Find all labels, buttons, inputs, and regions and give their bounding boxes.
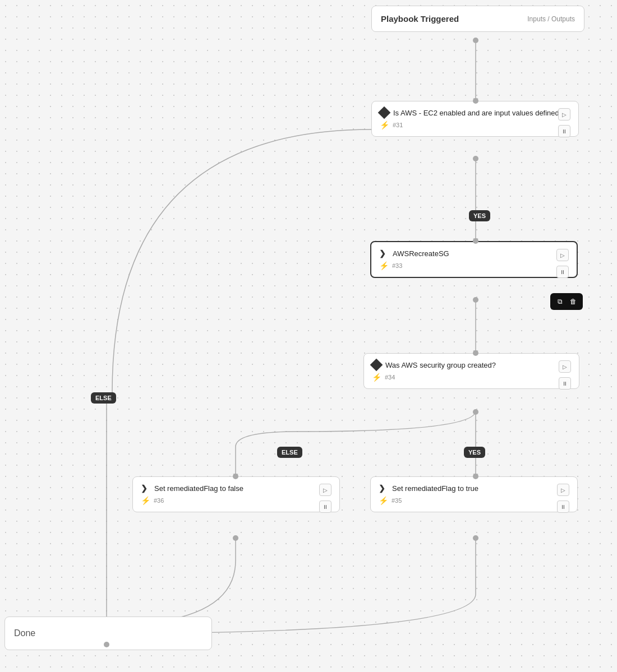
awsrecreate-top-dot: [473, 238, 478, 244]
trigger-node: Playbook Triggered Inputs / Outputs: [371, 6, 584, 32]
diamond-icon: [378, 106, 391, 119]
setfalse-title: Set remediatedFlag to false: [154, 484, 331, 493]
condition1-pause-btn[interactable]: ⏸: [558, 125, 570, 137]
diamond-icon-2: [370, 359, 383, 372]
lightning-icon-3: ⚡: [372, 373, 381, 382]
condition1-top-dot: [473, 98, 478, 104]
trigger-title: Playbook Triggered: [381, 14, 459, 24]
condition2-bottom-dot: [473, 409, 478, 415]
condition2-play-btn[interactable]: ▷: [559, 360, 571, 373]
settrue-title: Set remediatedFlag to true: [392, 484, 569, 493]
copy-btn[interactable]: ⧉: [554, 295, 566, 308]
chevron-icon-2: ❯: [141, 484, 150, 493]
awsrecreate-bottom-dot: [473, 297, 478, 303]
chevron-icon-1: ❯: [379, 249, 388, 258]
trigger-bottom-dot: [473, 38, 478, 43]
setfalse-step: #36: [154, 497, 164, 504]
awsrecreate-title: AWSRecreateSG: [393, 249, 569, 258]
yes-badge-1[interactable]: YES: [469, 210, 490, 221]
lightning-icon-2: ⚡: [379, 261, 389, 270]
lightning-icon-5: ⚡: [379, 496, 388, 505]
condition1-bottom-dot: [473, 156, 478, 161]
condition1-node: Is AWS - EC2 enabled and are input value…: [371, 101, 579, 137]
condition2-top-dot: [473, 350, 478, 356]
trigger-io-link[interactable]: Inputs / Outputs: [527, 15, 575, 23]
yes-badge-2[interactable]: YES: [464, 447, 485, 458]
chevron-icon-3: ❯: [379, 484, 388, 493]
condition1-title: Is AWS - EC2 enabled and are input value…: [393, 109, 570, 117]
awsrecreate-play-btn[interactable]: ▷: [556, 249, 569, 261]
condition1-play-btn[interactable]: ▷: [558, 108, 570, 121]
settrue-play-btn[interactable]: ▷: [557, 484, 569, 496]
done-top-dot: [104, 642, 109, 647]
condition1-step: #31: [393, 122, 403, 128]
else-badge-1[interactable]: ELSE: [91, 392, 116, 404]
setfalse-bottom-dot: [233, 535, 238, 541]
settrue-node: ❯ Set remediatedFlag to true ⚡ #35 ▷ ⏸: [370, 476, 578, 512]
condition2-title: Was AWS security group created?: [385, 361, 571, 369]
lightning-icon-1: ⚡: [380, 121, 389, 129]
else-badge-2[interactable]: ELSE: [277, 447, 302, 458]
condition2-step: #34: [385, 374, 395, 381]
setfalse-pause-btn[interactable]: ⏸: [319, 500, 331, 513]
setfalse-play-btn[interactable]: ▷: [319, 484, 331, 496]
awsrecreate-node: ❯ AWSRecreateSG ⚡ #33 ▷ ⏸: [370, 241, 578, 278]
settrue-top-dot: [473, 474, 478, 479]
awsrecreate-step: #33: [392, 262, 402, 269]
setfalse-node: ❯ Set remediatedFlag to false ⚡ #36 ▷ ⏸: [132, 476, 340, 512]
condition2-node: Was AWS security group created? ⚡ #34 ▷ …: [363, 353, 579, 389]
settrue-bottom-dot: [473, 535, 478, 541]
settrue-pause-btn[interactable]: ⏸: [557, 500, 569, 513]
delete-btn[interactable]: 🗑: [567, 295, 579, 308]
condition2-pause-btn[interactable]: ⏸: [559, 377, 571, 390]
setfalse-top-dot: [233, 474, 238, 479]
awsrecreate-pause-btn[interactable]: ⏸: [556, 266, 569, 278]
done-title: Done: [14, 628, 35, 638]
settrue-step: #35: [392, 497, 402, 504]
context-menu: ⧉ 🗑: [550, 293, 583, 310]
lightning-icon-4: ⚡: [141, 496, 150, 505]
